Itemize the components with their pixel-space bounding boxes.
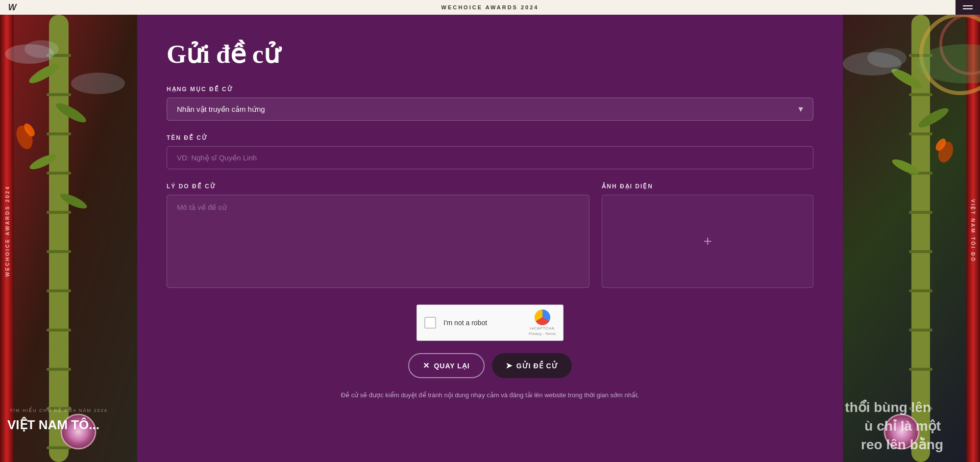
svg-rect-8 <box>47 211 71 214</box>
sidebar-right: VIỆT NAM TÔI ĐÓ <box>965 0 980 462</box>
recaptcha-icon <box>535 309 550 325</box>
svg-point-21 <box>71 73 125 94</box>
category-select[interactable]: Nhân vật truyền cảm hứng Nghệ sĩ của năm… <box>167 98 813 121</box>
svg-rect-7 <box>47 172 71 175</box>
svg-point-20 <box>24 40 59 58</box>
recaptcha-box[interactable]: I'm not a robot reCAPTCHA Privacy - Term… <box>416 305 564 341</box>
svg-rect-36 <box>909 211 932 214</box>
send-icon: ➤ <box>506 361 513 370</box>
image-upload-button[interactable]: + <box>602 195 813 288</box>
avatar-label: ẢNH ĐẠI DIỆN <box>602 183 813 190</box>
recaptcha-logo: reCAPTCHA Privacy - Terms <box>529 309 556 336</box>
reason-textarea[interactable] <box>167 195 589 288</box>
svg-rect-14 <box>47 446 71 449</box>
hamburger-line-2 <box>963 8 973 9</box>
sidebar-left: WECHOICE AWARDS 2024 <box>0 0 15 462</box>
svg-rect-10 <box>47 289 71 292</box>
svg-rect-38 <box>909 289 932 292</box>
recaptcha-brand: reCAPTCHA <box>530 326 555 331</box>
svg-rect-39 <box>909 329 932 332</box>
sidebar-left-label: WECHOICE AWARDS 2024 <box>5 185 10 277</box>
svg-text:ù chỉ là một: ù chỉ là một <box>864 418 941 434</box>
note-text: Đề cử sẽ được kiểm duyệt để tránh nội du… <box>167 390 813 401</box>
recaptcha-links: Privacy - Terms <box>529 332 556 336</box>
recaptcha-container: I'm not a robot reCAPTCHA Privacy - Term… <box>167 305 813 341</box>
svg-rect-37 <box>909 250 932 253</box>
left-decoration: TÌM HIỂU CHỦ ĐỀ CỦA NĂM 2024 VIỆT NAM TÔ… <box>0 15 137 462</box>
submit-button[interactable]: ➤ GỬI ĐỀ CỬ <box>492 353 572 378</box>
top-bar-title: WECHOICE AWARDS 2024 <box>441 4 539 10</box>
svg-text:VIỆT NAM TÔ...: VIỆT NAM TÔ... <box>7 416 99 432</box>
category-wrapper: Nhân vật truyền cảm hứng Nghệ sĩ của năm… <box>167 98 813 121</box>
svg-rect-9 <box>47 250 71 253</box>
svg-rect-3 <box>49 15 69 462</box>
svg-point-51 <box>867 48 906 68</box>
buttons-row: ✕ QUAY LẠI ➤ GỬI ĐỀ CỬ <box>167 353 813 378</box>
recaptcha-checkbox[interactable] <box>424 317 436 329</box>
svg-rect-33 <box>909 93 932 96</box>
submit-button-label: GỬI ĐỀ CỬ <box>516 362 558 370</box>
logo-area[interactable]: W <box>0 0 24 15</box>
form-heading: Gửi đề cử <box>167 39 813 69</box>
svg-text:reo lên bằng: reo lên bằng <box>861 436 943 452</box>
svg-rect-11 <box>47 329 71 332</box>
back-button[interactable]: ✕ QUAY LẠI <box>408 353 484 378</box>
hamburger-line-1 <box>963 5 973 6</box>
name-label: TÊN ĐỀ CỬ <box>167 134 813 141</box>
back-button-label: QUAY LẠI <box>434 362 469 370</box>
svg-rect-40 <box>909 368 932 371</box>
form-modal: Gửi đề cử HẠNG MỤC ĐỀ CỬ Nhân vật truyền… <box>137 15 843 462</box>
sidebar-right-label: VIỆT NAM TÔI ĐÓ <box>970 199 976 262</box>
two-col-section: LÝ DO ĐỀ CỬ ẢNH ĐẠI DIỆN + <box>167 183 813 290</box>
svg-text:thổi bùng lên: thổi bùng lên <box>845 399 931 415</box>
name-input[interactable] <box>167 146 813 169</box>
plus-icon: + <box>703 233 712 250</box>
svg-rect-12 <box>47 368 71 371</box>
hamburger-icon <box>963 5 973 9</box>
menu-button[interactable] <box>956 0 980 15</box>
x-icon: ✕ <box>423 361 430 370</box>
reason-label: LÝ DO ĐỀ CỬ <box>167 183 589 190</box>
reason-section: LÝ DO ĐỀ CỬ <box>167 183 589 290</box>
category-label: HẠNG MỤC ĐỀ CỬ <box>167 86 813 93</box>
svg-rect-5 <box>47 93 71 96</box>
avatar-section: ẢNH ĐẠI DIỆN + <box>602 183 813 290</box>
logo-w: W <box>8 2 17 13</box>
svg-rect-6 <box>47 132 71 135</box>
top-bar: W WECHOICE AWARDS 2024 <box>0 0 980 15</box>
recaptcha-text: I'm not a robot <box>443 319 521 327</box>
svg-rect-34 <box>909 132 932 135</box>
